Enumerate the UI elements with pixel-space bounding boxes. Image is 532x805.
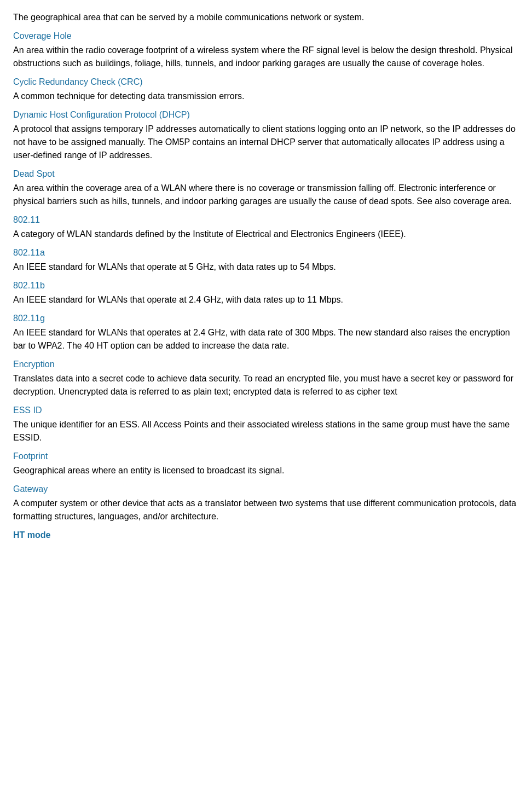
term-definition-footprint: Geographical areas where an entity is li…: [13, 464, 519, 477]
term-title-802-11: 802.11: [13, 213, 519, 227]
term-title-ess-id: ESS ID: [13, 404, 519, 417]
term-title-802-11a: 802.11a: [13, 246, 519, 259]
entry-footprint: FootprintGeographical areas where an ent…: [13, 450, 519, 477]
term-title-dead-spot: Dead Spot: [13, 167, 519, 181]
term-definition-crc: A common technique for detecting data tr…: [13, 90, 519, 103]
entry-coverage-area: The geographical area that can be served…: [13, 11, 519, 24]
entry-802-11g: 802.11gAn IEEE standard for WLANs that o…: [13, 312, 519, 352]
term-definition-802-11g: An IEEE standard for WLANs that operates…: [13, 326, 519, 352]
entry-802-11b: 802.11bAn IEEE standard for WLANs that o…: [13, 279, 519, 306]
term-title-footprint: Footprint: [13, 450, 519, 463]
term-definition-gateway: A computer system or other device that a…: [13, 497, 519, 523]
term-title-coverage-hole: Coverage Hole: [13, 30, 519, 43]
term-definition-802-11: A category of WLAN standards defined by …: [13, 228, 519, 241]
term-definition-encryption: Translates data into a secret code to ac…: [13, 372, 519, 398]
entry-ess-id: ESS IDThe unique identifier for an ESS. …: [13, 404, 519, 444]
entry-definition: The geographical area that can be served…: [13, 11, 519, 24]
entry-encryption: EncryptionTranslates data into a secret …: [13, 358, 519, 398]
term-title-crc: Cyclic Redundancy Check (CRC): [13, 76, 519, 89]
entry-ht-mode: HT mode: [13, 529, 519, 542]
entry-802-11: 802.11A category of WLAN standards defin…: [13, 213, 519, 241]
term-title-encryption: Encryption: [13, 358, 519, 371]
glossary-container: The geographical area that can be served…: [13, 11, 519, 542]
term-title-802-11b: 802.11b: [13, 279, 519, 292]
term-title-dhcp: Dynamic Host Configuration Protocol (DHC…: [13, 108, 519, 121]
term-definition-dead-spot: An area within the coverage area of a WL…: [13, 182, 519, 208]
term-definition-ess-id: The unique identifier for an ESS. All Ac…: [13, 418, 519, 444]
entry-gateway: GatewayA computer system or other device…: [13, 483, 519, 523]
term-title-ht-mode: HT mode: [13, 529, 519, 542]
entry-dhcp: Dynamic Host Configuration Protocol (DHC…: [13, 108, 519, 162]
term-title-802-11g: 802.11g: [13, 312, 519, 325]
entry-coverage-hole: Coverage HoleAn area within the radio co…: [13, 30, 519, 70]
entry-dead-spot: Dead SpotAn area within the coverage are…: [13, 167, 519, 208]
term-definition-dhcp: A protocol that assigns temporary IP add…: [13, 123, 519, 162]
entry-802-11a: 802.11aAn IEEE standard for WLANs that o…: [13, 246, 519, 274]
term-title-gateway: Gateway: [13, 483, 519, 496]
term-definition-coverage-hole: An area within the radio coverage footpr…: [13, 44, 519, 70]
term-definition-802-11b: An IEEE standard for WLANs that operate …: [13, 293, 519, 306]
entry-crc: Cyclic Redundancy Check (CRC)A common te…: [13, 76, 519, 103]
term-definition-802-11a: An IEEE standard for WLANs that operate …: [13, 260, 519, 274]
